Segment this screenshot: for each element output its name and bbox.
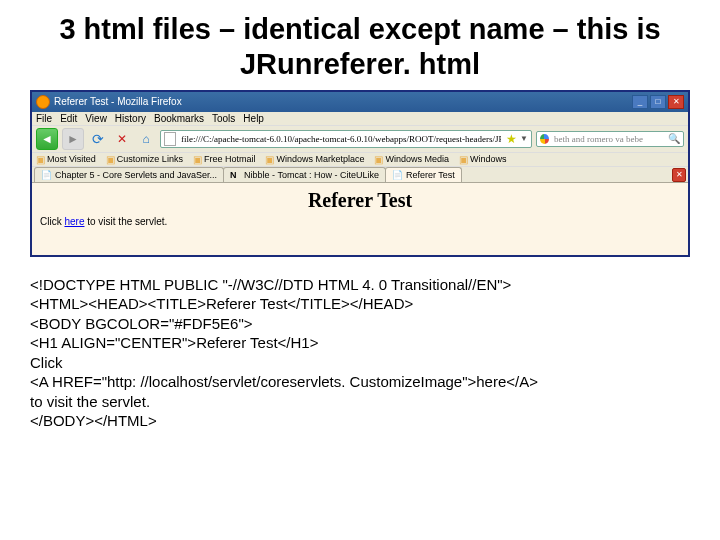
source-code-block: <!DOCTYPE HTML PUBLIC "-//W3C//DTD HTML … <box>30 275 690 431</box>
menu-tools[interactable]: Tools <box>212 113 235 124</box>
folder-icon: ▣ <box>374 154 383 165</box>
tab-close-button[interactable]: ✕ <box>672 168 686 182</box>
bookmark-most-visited[interactable]: ▣Most Visited <box>36 154 96 165</box>
tab-label: Nibble - Tomcat : How - CiteULike <box>244 170 379 180</box>
window-buttons: _ □ ✕ <box>632 95 684 109</box>
google-icon <box>540 134 549 144</box>
bookmark-marketplace[interactable]: ▣Windows Marketplace <box>265 154 364 165</box>
tab-icon: N <box>230 170 240 180</box>
nav-toolbar: ◄ ► ⟳ ✕ ⌂ ★ ▼ 🔍 <box>32 125 688 152</box>
minimize-button[interactable]: _ <box>632 95 648 109</box>
bookmark-label: Windows <box>470 154 507 164</box>
url-input[interactable] <box>179 133 503 145</box>
search-icon[interactable]: 🔍 <box>668 133 680 144</box>
page-heading: Referer Test <box>40 189 680 212</box>
menu-edit[interactable]: Edit <box>60 113 77 124</box>
bookmark-label: Free Hotmail <box>204 154 256 164</box>
stop-button[interactable]: ✕ <box>112 129 132 149</box>
text-pre-link: Click <box>40 216 64 227</box>
bookmark-star-icon[interactable]: ★ <box>506 132 517 146</box>
tab-label: Chapter 5 - Core Servlets and JavaSer... <box>55 170 217 180</box>
bookmark-label: Windows Marketplace <box>276 154 364 164</box>
close-button[interactable]: ✕ <box>668 95 684 109</box>
bookmark-label: Most Visited <box>47 154 96 164</box>
firefox-icon <box>36 95 50 109</box>
bookmark-windows[interactable]: ▣Windows <box>459 154 507 165</box>
folder-icon: ▣ <box>36 154 45 165</box>
titlebar-left: Referer Test - Mozilla Firefox <box>36 95 182 109</box>
bookmark-label: Windows Media <box>385 154 449 164</box>
url-bar: ★ ▼ <box>160 130 532 148</box>
tab-2[interactable]: NNibble - Tomcat : How - CiteULike <box>223 167 386 182</box>
tab-bar: 📄Chapter 5 - Core Servlets and JavaSer..… <box>32 166 688 182</box>
titlebar: Referer Test - Mozilla Firefox _ □ ✕ <box>32 92 688 112</box>
forward-button[interactable]: ► <box>62 128 84 150</box>
slide: 3 html files – identical except name – t… <box>0 0 720 540</box>
window-title: Referer Test - Mozilla Firefox <box>54 96 182 107</box>
folder-icon: ▣ <box>193 154 202 165</box>
page-content: Referer Test Click here to visit the ser… <box>32 182 688 255</box>
menu-file[interactable]: File <box>36 113 52 124</box>
tab-3-active[interactable]: 📄Referer Test <box>385 167 462 182</box>
tab-1[interactable]: 📄Chapter 5 - Core Servlets and JavaSer..… <box>34 167 224 182</box>
bookmark-label: Customize Links <box>117 154 183 164</box>
bookmark-free-hotmail[interactable]: ▣Free Hotmail <box>193 154 256 165</box>
maximize-button[interactable]: □ <box>650 95 666 109</box>
tab-icon: 📄 <box>392 170 402 180</box>
page-text: Click here to visit the servlet. <box>40 216 680 227</box>
bookmarks-bar: ▣Most Visited ▣Customize Links ▣Free Hot… <box>32 152 688 166</box>
text-post-link: to visit the servlet. <box>84 216 167 227</box>
url-dropdown-icon[interactable]: ▼ <box>520 134 528 143</box>
menu-view[interactable]: View <box>85 113 107 124</box>
home-button[interactable]: ⌂ <box>136 129 156 149</box>
menu-bookmarks[interactable]: Bookmarks <box>154 113 204 124</box>
search-input[interactable] <box>552 133 665 145</box>
search-bar: 🔍 <box>536 131 684 147</box>
tab-icon: 📄 <box>41 170 51 180</box>
folder-icon: ▣ <box>265 154 274 165</box>
folder-icon: ▣ <box>106 154 115 165</box>
menu-help[interactable]: Help <box>243 113 264 124</box>
browser-window: Referer Test - Mozilla Firefox _ □ ✕ Fil… <box>30 90 690 257</box>
menu-bar: File Edit View History Bookmarks Tools H… <box>32 112 688 125</box>
bookmark-customize-links[interactable]: ▣Customize Links <box>106 154 183 165</box>
slide-title: 3 html files – identical except name – t… <box>30 12 690 82</box>
menu-history[interactable]: History <box>115 113 146 124</box>
folder-icon: ▣ <box>459 154 468 165</box>
reload-button[interactable]: ⟳ <box>88 129 108 149</box>
back-button[interactable]: ◄ <box>36 128 58 150</box>
page-icon <box>164 132 176 146</box>
here-link[interactable]: here <box>64 216 84 227</box>
bookmark-media[interactable]: ▣Windows Media <box>374 154 449 165</box>
tab-label: Referer Test <box>406 170 455 180</box>
